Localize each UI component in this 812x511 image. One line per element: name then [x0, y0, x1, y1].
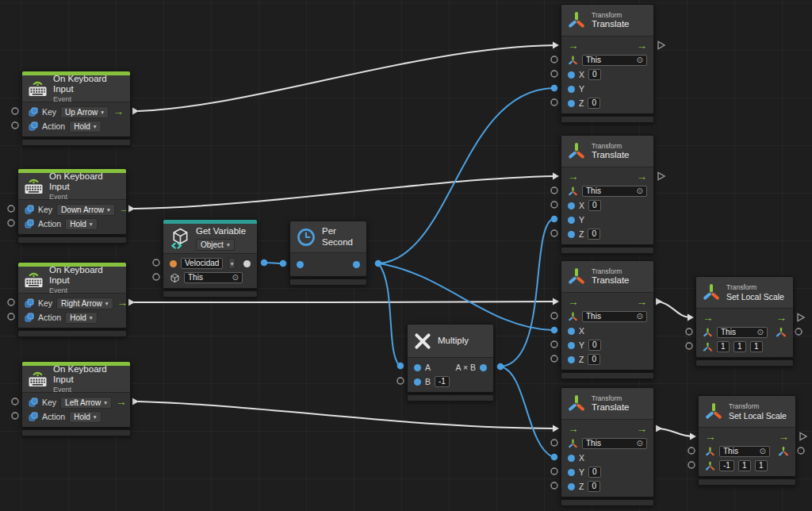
- value-port-icon[interactable]: [568, 328, 575, 335]
- variable-name-caret[interactable]: ▾: [228, 258, 236, 269]
- x-input[interactable]: 0: [588, 200, 601, 211]
- scale-x-input[interactable]: -1: [719, 460, 734, 471]
- control-output-arrow-icon[interactable]: →: [637, 424, 648, 435]
- value-port-icon[interactable]: [568, 469, 575, 476]
- target-picker-icon[interactable]: ⊙: [760, 447, 766, 456]
- control-input-arrow-icon[interactable]: →: [568, 40, 579, 52]
- value-port-icon[interactable]: [568, 342, 575, 349]
- target-picker-icon[interactable]: ⊙: [637, 439, 643, 448]
- y-input[interactable]: 0: [588, 467, 601, 478]
- node-title: Translate: [592, 150, 630, 160]
- control-output-arrow-icon[interactable]: →: [776, 313, 787, 324]
- value-port-icon[interactable]: [568, 356, 575, 363]
- value-output-port-icon[interactable]: [353, 261, 360, 268]
- node-on-keyboard-input-right[interactable]: On Keyboard Input Event Key Right Arrow▾…: [17, 262, 127, 337]
- link-icon: [29, 107, 38, 117]
- value-input-port-icon[interactable]: [297, 261, 304, 268]
- transform-axis-icon: [704, 402, 723, 421]
- scale-z-input[interactable]: 1: [755, 460, 768, 471]
- node-translate-3[interactable]: Transform Translate → → This⊙ X: [561, 260, 654, 379]
- value-port-icon[interactable]: [568, 71, 575, 79]
- z-input[interactable]: 0: [588, 481, 600, 492]
- target-field[interactable]: This⊙: [582, 438, 647, 449]
- target-picker-icon[interactable]: ⊙: [757, 328, 764, 337]
- value-port-icon[interactable]: [568, 217, 575, 224]
- unconnected-control-ports[interactable]: [658, 42, 806, 440]
- key-dropdown[interactable]: Right Arrow▾: [56, 298, 113, 309]
- target-field[interactable]: This⊙: [717, 327, 768, 338]
- scale-y-input[interactable]: 1: [738, 460, 751, 471]
- target-field[interactable]: This⊙: [582, 311, 647, 322]
- node-per-second[interactable]: Per Second: [289, 221, 367, 286]
- target-picker-icon[interactable]: ⊙: [637, 186, 643, 196]
- node-on-keyboard-input-left[interactable]: On Keyboard Input Event Key Left Arrow▾ …: [21, 361, 131, 436]
- target-picker-icon[interactable]: ⊙: [637, 312, 643, 321]
- x-input[interactable]: 0: [588, 69, 601, 80]
- target-field[interactable]: This⊙: [582, 186, 647, 197]
- scale-x-input[interactable]: 1: [717, 341, 730, 352]
- node-translate-1[interactable]: Transform Translate → → This⊙ X 0: [561, 4, 654, 123]
- control-output-arrow-icon[interactable]: →: [637, 171, 648, 182]
- port-row-y: Y: [561, 82, 653, 96]
- control-port: [800, 433, 806, 440]
- target-picker-icon[interactable]: ⊙: [232, 273, 239, 282]
- control-input-arrow-icon[interactable]: →: [568, 297, 579, 308]
- action-dropdown[interactable]: Hold▾: [65, 218, 97, 230]
- control-input-arrow-icon[interactable]: →: [568, 424, 579, 435]
- target-picker-icon[interactable]: ⊙: [637, 56, 643, 65]
- value-output-port-icon[interactable]: [480, 364, 487, 371]
- z-input[interactable]: 0: [588, 354, 600, 365]
- value-port-icon[interactable]: [568, 231, 575, 238]
- node-on-keyboard-input-down[interactable]: On Keyboard Input Event Key Down Arrow▾ …: [17, 168, 127, 244]
- value-port-icon[interactable]: [568, 100, 575, 107]
- action-dropdown[interactable]: Hold▾: [65, 312, 97, 324]
- control-output-arrow-icon[interactable]: →: [637, 40, 648, 52]
- value-port-icon[interactable]: [568, 455, 575, 462]
- action-dropdown[interactable]: Hold▾: [69, 121, 101, 133]
- wire-multiply-to-translate2-y: [500, 219, 553, 367]
- node-set-local-scale-1[interactable]: Transform Set Local Scale → → This⊙ 1: [695, 276, 794, 367]
- variable-name-input[interactable]: Velocidad: [181, 258, 223, 269]
- transform-axis-icon: [567, 267, 586, 286]
- value-port-icon[interactable]: [568, 202, 575, 209]
- control-input-arrow-icon[interactable]: →: [705, 432, 716, 443]
- clock-icon: [296, 227, 316, 248]
- node-set-local-scale-2[interactable]: Transform Set Local Scale → → This⊙ -1: [698, 395, 796, 486]
- value-output-port-icon[interactable]: [243, 260, 251, 267]
- scale-y-input[interactable]: 1: [733, 341, 746, 352]
- control-output-arrow-icon[interactable]: →: [637, 297, 648, 308]
- control-input-arrow-icon[interactable]: →: [568, 171, 579, 182]
- node-get-variable[interactable]: Get Variable Object▾ Velocidad ▾ This⊙: [163, 219, 258, 298]
- value-port-icon[interactable]: [414, 364, 421, 371]
- value-port-icon[interactable]: [568, 86, 575, 93]
- control-input-arrow-icon[interactable]: →: [703, 313, 714, 324]
- value-port-icon[interactable]: [568, 483, 575, 490]
- target-field[interactable]: This⊙: [719, 446, 770, 457]
- key-dropdown[interactable]: Down Arrow▾: [56, 204, 115, 216]
- scale-z-input[interactable]: 1: [750, 341, 763, 352]
- z-input[interactable]: 0: [588, 229, 600, 240]
- graph-canvas[interactable]: On Keyboard Input Event Key Up Arrow▾ → …: [0, 0, 812, 511]
- node-translate-2[interactable]: Transform Translate → → This⊙ X 0: [561, 135, 654, 254]
- node-multiply[interactable]: Multiply A A × B B -1: [407, 324, 494, 402]
- node-on-keyboard-input-up[interactable]: On Keyboard Input Event Key Up Arrow▾ → …: [21, 71, 131, 146]
- object-target-field[interactable]: This⊙: [184, 272, 243, 283]
- variable-scope-dropdown[interactable]: Object▾: [196, 239, 235, 251]
- control-output-arrow-icon[interactable]: →: [117, 298, 127, 309]
- control-output-arrow-icon[interactable]: →: [119, 204, 127, 215]
- key-dropdown[interactable]: Left Arrow▾: [60, 397, 112, 409]
- output-port-connected: [656, 298, 662, 305]
- control-output-arrow-icon[interactable]: →: [113, 106, 124, 117]
- target-field[interactable]: This⊙: [582, 55, 647, 66]
- control-output-arrow-icon[interactable]: →: [116, 397, 127, 408]
- key-dropdown[interactable]: Up Arrow▾: [60, 106, 109, 118]
- z-input[interactable]: 0: [588, 98, 600, 109]
- b-input[interactable]: -1: [435, 376, 450, 387]
- value-port-icon[interactable]: [170, 260, 177, 267]
- node-category: Transform: [592, 142, 630, 150]
- y-input[interactable]: 0: [588, 340, 601, 351]
- node-translate-4[interactable]: Transform Translate → → This⊙ X: [561, 387, 654, 506]
- control-output-arrow-icon[interactable]: →: [779, 432, 790, 443]
- action-dropdown[interactable]: Hold▾: [69, 411, 101, 423]
- value-port-icon[interactable]: [414, 378, 421, 386]
